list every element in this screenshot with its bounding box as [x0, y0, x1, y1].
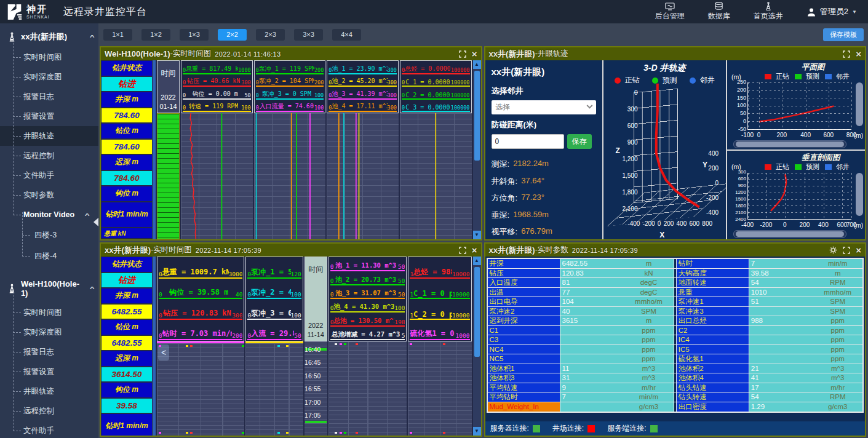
curve-label[interactable]: 0钻压 = 120.83 kN300 [159, 299, 242, 320]
param-value-cell: 9m/hr [560, 383, 674, 392]
monitor-icon [665, 2, 675, 10]
curve-label[interactable]: 0池_3 = 41.39 m^3300 [328, 87, 397, 100]
param-name: IC4 [677, 335, 749, 344]
curve-label[interactable]: 1总烃 = 988 ppm10000 [410, 258, 469, 279]
grid-layout-button[interactable]: 2×3 [256, 29, 285, 41]
save-template-button[interactable]: 保存模板 [823, 28, 864, 41]
nav-database[interactable]: 数据库 [708, 2, 730, 22]
curve-label[interactable]: 硫化氢1 = 0 ppm1000 [410, 320, 469, 341]
offset-well-select[interactable]: 选择 [492, 100, 596, 114]
track-header: 1总烃 = 988 ppm100001C_1 = 0 ppm100001C_2 … [408, 257, 471, 341]
curve-label[interactable]: 总池增减 = 4.27 m^35 [330, 327, 405, 340]
horizontal-scrollbar[interactable] [733, 140, 846, 148]
curve-label[interactable]: 0泵冲_3 = 0 SPM100 [247, 299, 301, 320]
legend-swatch [825, 74, 832, 79]
scroll-up-icon[interactable]: ▲ [473, 60, 481, 69]
sidebar-item-camera[interactable]: 四楼-4 [0, 245, 98, 266]
vertical-scrollbar[interactable]: ▲ ▼ [473, 60, 481, 239]
grid-layout-button[interactable]: 1×3 [180, 29, 209, 41]
horizontal-scrollbar[interactable] [733, 230, 846, 238]
expand-icon[interactable] [843, 247, 850, 254]
scroll-up-icon[interactable]: ▲ [473, 257, 481, 265]
curve-label[interactable]: 1C_2 = 0 ppm10000 [410, 299, 469, 320]
track-plot[interactable] [254, 113, 326, 239]
grid-layout-button[interactable]: 1×2 [141, 29, 170, 41]
curve-label[interactable]: 0钻压 = 40.66 kN300 [183, 74, 251, 87]
anti-collision-distance-input[interactable] [492, 134, 564, 149]
param-value-cell: 11m^3 [560, 364, 674, 373]
curve-label[interactable]: 0总烃 = 0.0000100000 [402, 62, 470, 74]
panel-title: xx井(新井眼) [489, 245, 535, 256]
grid-layout-button[interactable]: 3×3 [294, 29, 323, 41]
track-plot[interactable] [400, 113, 472, 239]
curve-label[interactable]: 0C_3 = 0.0000100000 [402, 100, 470, 113]
curve-label[interactable]: 0钩位 = 0.00 m50 [183, 87, 251, 100]
vertical-scrollbar[interactable] [856, 82, 863, 126]
close-icon[interactable]: × [472, 245, 477, 255]
curve-label[interactable]: 0钻时 = 7.03 min/m200 [159, 320, 242, 341]
grid-layout-button[interactable]: 1×1 [103, 29, 132, 41]
curve-label[interactable]: 0钩位 = 39.58 m40 [159, 279, 242, 300]
track-plot[interactable] [328, 341, 407, 436]
anti-collision-distance-label: 防碰距离(米) [492, 119, 596, 130]
scrollbar-thumb[interactable] [474, 71, 480, 161]
track-plot[interactable] [408, 341, 471, 436]
expand-icon[interactable] [843, 50, 850, 58]
expand-icon[interactable] [459, 247, 466, 254]
trajectory-3d-chart[interactable]: 3-D 井轨迹 正钻预测邻井 03006009001,2001,5001,800… [603, 60, 727, 239]
close-icon[interactable]: × [856, 49, 861, 58]
curve-label[interactable]: 0泵冲_1 = 51 SPM120 [247, 258, 301, 279]
nav-home-well-select[interactable]: 首页选井 [754, 2, 783, 22]
scroll-down-icon[interactable]: ▼ [473, 427, 481, 436]
user-menu[interactable]: 管理员2 ▼ [806, 6, 857, 17]
curve-label[interactable]: 0转速 = 119 RPM100 [183, 100, 251, 113]
sidebar-collapse-handle[interactable] [89, 218, 98, 226]
curve-label[interactable]: 0池_1 = 11.30 m^350 [330, 258, 405, 271]
scrollbar-thumb[interactable] [474, 267, 480, 357]
curve-label[interactable]: 0池_4 = 17.11 m^3300 [328, 100, 397, 113]
nav-backend-admin[interactable]: 后台管理 [655, 2, 685, 22]
vertical-scrollbar[interactable] [856, 173, 863, 217]
curve-label[interactable]: 0泵冲_1 = 119 SPM200 [256, 62, 324, 74]
curve-label[interactable]: 0泵冲_2 = 40 SPM100 [247, 279, 301, 300]
curve-label[interactable]: 1C_1 = 0 ppm10000 [410, 279, 469, 300]
curve-label[interactable]: 0C_2 = 0.0000100000 [402, 87, 470, 100]
curve-label[interactable]: 0泵冲_2 = 104 SPM200 [256, 74, 324, 87]
curve-label[interactable]: 0池_2 = 20.73 m^350 [330, 271, 405, 285]
curve-label[interactable]: 0总池 = 130.50 m^3198 [330, 313, 405, 326]
save-button[interactable]: 保存 [567, 134, 592, 149]
curve-label[interactable]: 0池_3 = 31.07 m^350 [330, 285, 405, 299]
curve-label[interactable]: 0泵冲_3 = 0 SPM100 [256, 87, 324, 100]
scroll-down-icon[interactable]: ▼ [473, 231, 481, 239]
curve-label[interactable]: 0池_1 = 23.90 m^3300 [328, 62, 397, 74]
sidebar-item-monitor-video[interactable]: Monitor Video ^ [0, 205, 98, 225]
param-name: 池体积3 [488, 373, 560, 383]
expand-icon[interactable] [459, 50, 466, 58]
track-plot[interactable] [327, 113, 399, 239]
gear-icon[interactable] [829, 246, 837, 254]
sidebar-item[interactable]: 文件助手 [0, 421, 98, 438]
parameter-value: 钻进 [102, 77, 152, 91]
brand-name-cn: 神开 [26, 4, 50, 14]
vertical-section-chart[interactable]: 垂直剖面图 (m) 正钻预测邻井 30060090012001500180021… [727, 151, 865, 240]
time-tick: 16:40 [298, 346, 327, 353]
table-row: 泵冲速2 40SPM 泵冲速3 SPM [488, 307, 863, 317]
curve-label[interactable]: 0悬重 = 817.49 kN1000 [183, 62, 251, 74]
curve-label[interactable]: 0C_1 = 0.0000100000 [402, 74, 470, 87]
close-icon[interactable]: × [856, 245, 861, 255]
sidebar-item-camera[interactable]: 四楼-3 [0, 225, 98, 245]
param-name: 池体积4 [677, 373, 749, 383]
track-plot[interactable] [245, 343, 303, 436]
grid-layout-button[interactable]: 2×2 [218, 29, 247, 41]
curve-label[interactable]: 0池_2 = 45.20 m^3300 [328, 74, 397, 87]
track-plot[interactable]: < [157, 343, 244, 436]
grid-layout-button[interactable]: 4×4 [332, 29, 361, 41]
curve-label[interactable]: 0入流 = 29.80 l/s50 [247, 320, 301, 341]
curve-label[interactable]: 0悬重 = 1009.7 kN3000 [159, 258, 242, 279]
vertical-scrollbar[interactable]: ▲ ▼ [473, 257, 481, 436]
curve-label[interactable]: 0入口流量 = 74.60100 [256, 100, 324, 113]
plan-view-chart[interactable]: 平面图 (m) 正钻预测邻井 250200150100500-50 [727, 60, 865, 151]
track-plot[interactable] [181, 113, 253, 239]
close-icon[interactable]: × [472, 49, 477, 58]
curve-label[interactable]: 0池_4 = 41.30 m^3100 [330, 299, 405, 313]
